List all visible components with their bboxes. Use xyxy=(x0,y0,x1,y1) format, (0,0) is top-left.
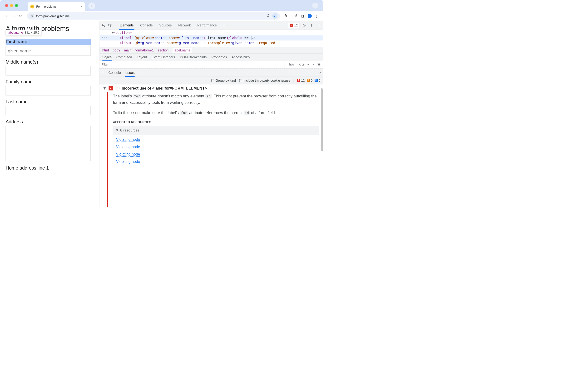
devtools-tabbar: Elements Console Sources Network Perform… xyxy=(100,21,323,30)
middle-name-input[interactable] xyxy=(6,66,91,75)
device-toolbar-icon[interactable] xyxy=(108,23,113,28)
affected-resources-heading: AFFECTED RESOURCES xyxy=(113,120,319,125)
drawer-menu-icon[interactable]: ⋮ xyxy=(102,71,104,74)
dom-breadcrumb[interactable]: html body main form#form-1 section label… xyxy=(100,47,323,54)
inspect-icon[interactable] xyxy=(101,23,106,28)
toolbar-right: ◨ ⋮ xyxy=(284,14,318,18)
resources-count: 8 resources xyxy=(120,127,139,133)
subtab-event-listeners[interactable]: Event Listeners xyxy=(152,54,175,61)
share-icon[interactable] xyxy=(267,14,270,18)
drawer-close-icon[interactable]: × xyxy=(319,71,321,74)
new-tab-button[interactable]: + xyxy=(88,2,95,9)
tab-console[interactable]: Console xyxy=(137,21,155,30)
issue-title: Incorrect use of <label for=FORM_ELEMENT… xyxy=(122,86,207,91)
issues-toolbar: Group by kind Include third-party cookie… xyxy=(100,77,323,84)
violating-node-link[interactable]: Violating node xyxy=(116,144,319,150)
tab-overflow-button[interactable]: ⌄ xyxy=(312,2,318,8)
styles-tabbar: Styles Computed Layout Event Listeners D… xyxy=(100,54,323,61)
tab-close-icon[interactable]: × xyxy=(81,5,83,8)
tabs-overflow-icon[interactable]: » xyxy=(221,21,228,30)
svg-point-2 xyxy=(304,25,305,26)
styles-filter-input[interactable]: Filter xyxy=(100,63,284,66)
crumb-section[interactable]: section xyxy=(158,48,169,52)
settings-gear-icon[interactable] xyxy=(302,23,307,28)
minimize-window-button[interactable] xyxy=(10,4,13,7)
forward-button[interactable]: → xyxy=(12,14,16,18)
collapsed-nodes-icon[interactable]: ••• xyxy=(101,35,107,39)
site-settings-chip[interactable] xyxy=(30,14,34,18)
error-flag-icon: × xyxy=(109,86,113,91)
close-window-button[interactable] xyxy=(5,4,8,7)
rendered-page: A form with problems label.name 331 × 25… xyxy=(0,21,100,207)
hov-toggle[interactable]: :hov xyxy=(287,63,294,66)
error-count-badge[interactable]: × 12 xyxy=(288,23,300,28)
tab-performance[interactable]: Performance xyxy=(195,21,219,30)
family-name-label: Family name xyxy=(6,79,94,84)
issue-header[interactable]: ▼ × 8 Incorrect use of <label for=FORM_E… xyxy=(100,84,323,92)
devtools-menu-icon[interactable]: ⋮ xyxy=(309,23,314,28)
violating-node-link[interactable]: Violating node xyxy=(116,136,319,143)
drawer-tab-issues[interactable]: Issues xyxy=(125,69,135,77)
family-name-input[interactable] xyxy=(6,86,91,95)
tab-elements[interactable]: Elements xyxy=(117,21,136,30)
bookmark-star-icon[interactable]: ★ xyxy=(272,13,277,19)
crumb-body[interactable]: body xyxy=(113,48,120,52)
crumb-html[interactable]: html xyxy=(102,48,109,52)
issues-info-count[interactable]: ▘6 xyxy=(315,79,320,82)
subtab-dom-breakpoints[interactable]: DOM Breakpoints xyxy=(180,54,207,61)
dom-tree[interactable]: ••• ▼<section> <label for class="name" n… xyxy=(100,30,323,47)
avatar-icon[interactable] xyxy=(308,14,312,18)
side-panel-icon[interactable]: ◨ xyxy=(301,14,304,18)
tab-sources[interactable]: Sources xyxy=(157,21,174,30)
group-by-kind-checkbox[interactable]: Group by kind xyxy=(211,79,236,82)
include-tp-cookie-checkbox[interactable]: Include third-party cookie issues xyxy=(239,79,290,82)
issues-error-count[interactable]: ▘12 xyxy=(297,79,305,82)
resources-disclosure[interactable]: ▼ 8 resources xyxy=(113,126,319,135)
violating-node-links: Violating node Violating node Violating … xyxy=(113,136,319,165)
back-button[interactable]: ← xyxy=(5,14,9,18)
svg-rect-1 xyxy=(110,25,112,27)
checkbox-icon xyxy=(239,79,242,82)
subtab-layout[interactable]: Layout xyxy=(137,54,147,61)
address-bar[interactable]: form-problems.glitch.me ★ xyxy=(27,12,280,20)
browser-menu-icon[interactable]: ⋮ xyxy=(315,14,318,18)
devtools-close-icon[interactable]: × xyxy=(317,23,321,28)
labs-flask-icon[interactable] xyxy=(294,14,298,18)
url-text: form-problems.glitch.me xyxy=(36,14,70,18)
subtab-styles[interactable]: Styles xyxy=(102,54,112,61)
cls-toggle[interactable]: .cls xyxy=(297,63,305,66)
reload-button[interactable]: ⟳ xyxy=(19,14,23,18)
address-textarea[interactable] xyxy=(6,126,91,161)
disclosure-triangle-icon[interactable]: ▼ xyxy=(102,86,106,91)
scrollbar[interactable] xyxy=(321,88,323,151)
violating-node-link[interactable]: Violating node xyxy=(116,159,319,165)
content-area: A form with problems label.name 331 × 25… xyxy=(0,21,323,207)
crumb-main[interactable]: main xyxy=(124,48,131,52)
new-rule-plus-icon[interactable]: + xyxy=(307,63,309,66)
crumb-form[interactable]: form#form-1 xyxy=(136,48,154,52)
issues-tab-close-icon[interactable]: × xyxy=(136,71,138,74)
browser-tab[interactable]: 😬 Form problems × xyxy=(28,2,85,11)
window-controls xyxy=(5,4,18,7)
subtab-properties[interactable]: Properties xyxy=(211,54,227,61)
violating-node-link[interactable]: Violating node xyxy=(116,151,319,157)
maximize-window-button[interactable] xyxy=(15,4,18,7)
address-label: Address xyxy=(6,119,94,124)
subtab-accessibility[interactable]: Accessibility xyxy=(232,54,250,61)
crumb-label[interactable]: label.name xyxy=(172,48,192,53)
browser-window: 😬 Form problems × + ⌄ ← → ⟳ form-problem… xyxy=(0,0,323,207)
last-name-input[interactable] xyxy=(6,106,91,115)
issue-occurrence-count: 8 xyxy=(115,86,120,91)
extensions-icon[interactable] xyxy=(284,14,288,18)
subtab-computed[interactable]: Computed xyxy=(116,54,132,61)
tab-network[interactable]: Network xyxy=(176,21,193,30)
disclosure-triangle-icon: ▼ xyxy=(115,127,119,133)
computed-panel-icon[interactable]: ⫠ xyxy=(312,63,315,66)
issues-warning-count[interactable]: ▘0 xyxy=(307,79,312,82)
home-address1-label: Home address line 1 xyxy=(6,165,94,171)
issue-item: ▼ × 8 Incorrect use of <label for=FORM_E… xyxy=(100,84,323,207)
drawer-tab-console[interactable]: Console xyxy=(108,69,121,77)
layout-box-icon[interactable]: ▣ xyxy=(318,63,321,66)
first-name-input[interactable] xyxy=(6,46,91,56)
element-tooltip: label.name 331 × 25.5 xyxy=(6,30,41,35)
